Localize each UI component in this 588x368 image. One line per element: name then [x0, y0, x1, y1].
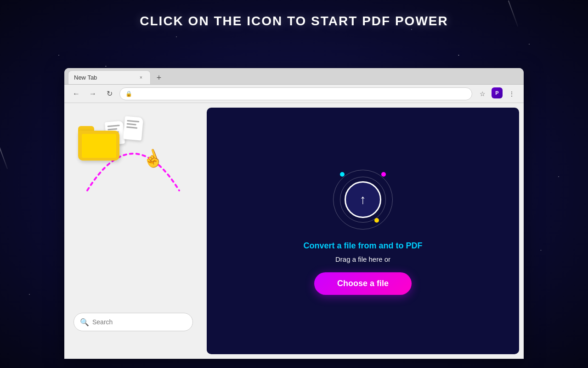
orbit-dot-yellow — [374, 218, 379, 223]
header-title: CLICK ON THE ICON TO START PDF POWER — [0, 14, 588, 29]
document-2 — [123, 116, 143, 140]
pdf-converter-panel: ↑ Convert a file from and to PDF Drag a … — [207, 108, 519, 354]
upload-circle[interactable]: ↑ — [345, 181, 381, 218]
extension-icon[interactable]: P — [492, 87, 503, 98]
tab-bar: New Tab × + — [64, 68, 524, 85]
folder-animation — [78, 126, 119, 161]
orbit-dot-cyan — [340, 172, 345, 177]
back-button[interactable]: ← — [70, 87, 83, 100]
browser-window: New Tab × + ← → ↻ 🔒 ☆ — [64, 68, 524, 359]
lock-icon: 🔒 — [125, 91, 132, 97]
new-tab-button[interactable]: + — [153, 71, 165, 84]
convert-title: Convert a file from and to PDF — [303, 241, 422, 251]
menu-button[interactable]: ⋮ — [505, 87, 518, 100]
reload-button[interactable]: ↻ — [103, 87, 116, 100]
upload-icon-wrapper: ↑ — [331, 167, 395, 232]
toolbar-actions: ☆ P ⋮ — [476, 87, 518, 100]
browser-tab-new-tab[interactable]: New Tab × — [68, 70, 151, 84]
address-bar[interactable]: 🔒 — [119, 87, 472, 100]
folder-icon — [78, 126, 119, 161]
tab-label: New Tab — [74, 74, 97, 81]
upload-arrow-icon: ↑ — [360, 193, 366, 206]
choose-file-button[interactable]: Choose a file — [314, 272, 412, 295]
forward-button[interactable]: → — [86, 87, 99, 100]
browser-content: ☝️ 🔍 ↑ — [64, 103, 524, 359]
search-box: 🔍 — [74, 313, 193, 331]
orbit-dot-magenta — [381, 172, 386, 177]
browser-toolbar: ← → ↻ 🔒 ☆ P ⋮ — [64, 85, 524, 103]
search-input[interactable] — [74, 313, 193, 331]
new-tab-area: ☝️ 🔍 — [64, 103, 202, 359]
drag-text: Drag a file here or — [335, 255, 390, 263]
bookmark-button[interactable]: ☆ — [476, 87, 489, 100]
tab-close-button[interactable]: × — [137, 74, 145, 81]
search-icon: 🔍 — [80, 318, 89, 327]
